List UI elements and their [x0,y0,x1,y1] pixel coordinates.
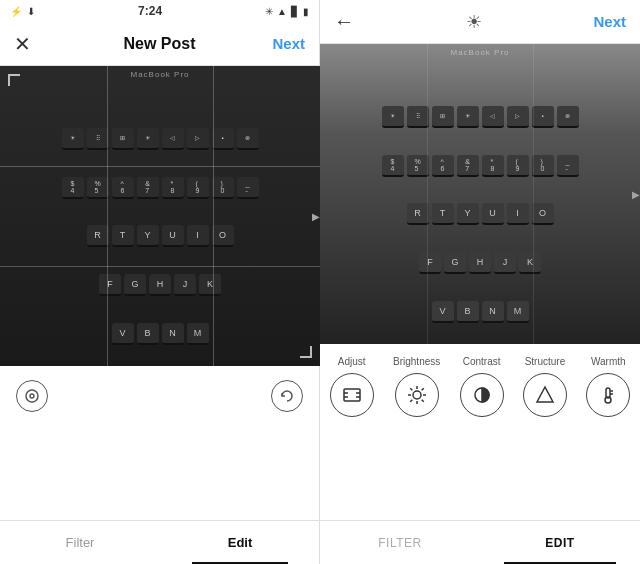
fn-key-row: ☀ ⠿ ⊞ ☀ ◁ ▷ ▪ ⊗ [4,128,316,150]
key-M: M [187,323,209,345]
svg-marker-17 [537,387,553,402]
key: )0 [532,155,554,177]
key-H: H [469,252,491,274]
tool-structure[interactable]: Structure [523,356,567,417]
brightness-header-icon[interactable]: ☀ [466,11,482,33]
key: &7 [457,155,479,177]
key-V: V [432,301,454,323]
edit-tools: Adjust Brightness [320,344,640,425]
key-M: M [507,301,529,323]
key: $4 [382,155,404,177]
next-button[interactable]: Next [272,35,305,52]
key: *8 [482,155,504,177]
right-keyboard-image: MacBook Pro ☀ ⠿ ⊞ ☀ ◁ ▷ ▪ ⊗ $4 %5 [320,44,640,344]
right-fn-key-row: ☀ ⠿ ⊞ ☀ ◁ ▷ ▪ ⊗ [324,106,636,128]
back-button[interactable]: ← [334,10,354,33]
crop-corner-tl [8,74,20,86]
key-I: I [187,225,209,247]
key: ⠿ [407,106,429,128]
page-title: New Post [123,35,195,53]
right-tab-edit[interactable]: EDIT [480,521,640,564]
right-tabs: FILTER EDIT [320,520,640,564]
key-O: O [212,225,234,247]
right-side-arrow: ▶ [632,189,640,200]
fghjk-key-row: F G H J K [4,274,316,296]
left-image-area: MacBook Pro ☀ ⠿ ⊞ ☀ ◁ ▷ ▪ ⊗ $4 [0,66,320,366]
key-Y: Y [457,203,479,225]
key: ▪ [212,128,234,150]
keyboard-visual: ☀ ⠿ ⊞ ☀ ◁ ▷ ▪ ⊗ $4 %5 ^6 &7 *8 (9 [0,66,320,366]
key-R: R [87,225,109,247]
key-T: T [112,225,134,247]
tool-structure-label: Structure [525,356,566,367]
right-number-key-row: $4 %5 ^6 &7 *8 (9 )0 _- [324,155,636,177]
key-F: F [419,252,441,274]
tab-filter[interactable]: Filter [0,521,160,564]
tab-edit[interactable]: Edit [160,521,320,564]
status-icons-right: ✳ ▲ ▊ ▮ [265,6,309,17]
rotate-icon[interactable] [271,380,303,412]
key: ☀ [137,128,159,150]
key: ▷ [507,106,529,128]
key-J: J [174,274,196,296]
side-arrow: ▶ [312,211,320,222]
key: )0 [212,177,234,199]
close-button[interactable]: ✕ [14,32,31,56]
key: ☀ [382,106,404,128]
key-T: T [432,203,454,225]
tool-adjust[interactable]: Adjust [330,356,374,417]
key: ▪ [532,106,554,128]
key: _- [237,177,259,199]
key-G: G [124,274,146,296]
right-image-area: MacBook Pro ☀ ⠿ ⊞ ☀ ◁ ▷ ▪ ⊗ $4 %5 [320,44,640,344]
key-G: G [444,252,466,274]
tool-contrast[interactable]: Contrast [460,356,504,417]
status-icons-left: ⚡ ⬇ [10,6,35,17]
svg-rect-2 [344,389,360,401]
right-keyboard-visual: ☀ ⠿ ⊞ ☀ ◁ ▷ ▪ ⊗ $4 %5 ^6 &7 *8 (9 [320,44,640,344]
key-K: K [199,274,221,296]
key-V: V [112,323,134,345]
key: $4 [62,177,84,199]
key: ⊞ [432,106,454,128]
key-J: J [494,252,516,274]
status-bar: ⚡ ⬇ 7:24 ✳ ▲ ▊ ▮ [0,0,319,22]
right-next-button[interactable]: Next [593,13,626,30]
key: %5 [407,155,429,177]
wifi-icon: ▲ [277,6,287,17]
left-header: ✕ New Post Next [0,22,319,66]
svg-point-1 [30,394,34,398]
tool-adjust-label: Adjust [338,356,366,367]
structure-icon [523,373,567,417]
key-I: I [507,203,529,225]
key-K: K [519,252,541,274]
right-panel: ← ☀ Next MacBook Pro ☀ ⠿ ⊞ ☀ ◁ ▷ ▪ ⊗ [320,0,640,564]
key-R: R [407,203,429,225]
key: ^6 [112,177,134,199]
key-B: B [137,323,159,345]
svg-line-12 [410,388,412,390]
key: %5 [87,177,109,199]
status-time: 7:24 [138,4,162,18]
svg-line-13 [421,400,423,402]
key: ◁ [482,106,504,128]
svg-point-7 [413,391,421,399]
right-spacer [320,425,640,520]
key-Y: Y [137,225,159,247]
download-icon: ⬇ [27,6,35,17]
right-tab-filter[interactable]: FILTER [320,521,480,564]
bluetooth-icon: ✳ [265,6,273,17]
tool-contrast-label: Contrast [463,356,501,367]
crop-icon[interactable] [16,380,48,412]
signal-icon: ▊ [291,6,299,17]
right-bottom: Adjust Brightness [320,344,640,564]
battery-icon: ▮ [303,6,309,17]
tool-warmth[interactable]: Warmth [586,356,630,417]
tool-brightness[interactable]: Brightness [393,356,440,417]
key: ◁ [162,128,184,150]
left-controls-bar [0,366,319,426]
key: *8 [162,177,184,199]
key-B: B [457,301,479,323]
key: ⊗ [557,106,579,128]
key-N: N [482,301,504,323]
